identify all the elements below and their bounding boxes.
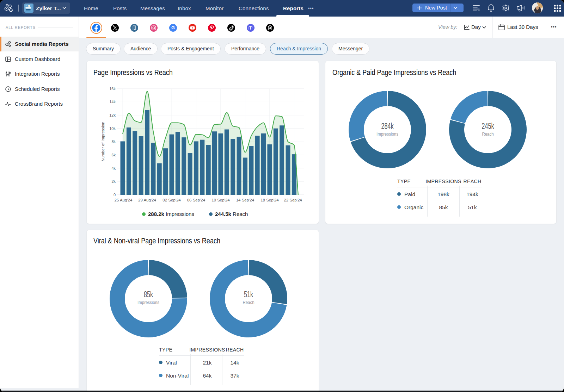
svg-text:18 Sep'24: 18 Sep'24: [260, 198, 279, 202]
svg-text:16k: 16k: [109, 87, 116, 91]
svg-text:29 Aug'24: 29 Aug'24: [138, 198, 156, 202]
svg-text:14k: 14k: [109, 100, 116, 104]
svg-text:02 Sep'24: 02 Sep'24: [163, 198, 181, 202]
svg-text:8k: 8k: [111, 139, 116, 144]
svg-text:10k: 10k: [109, 126, 116, 131]
svg-text:Number of Impression: Number of Impression: [101, 122, 105, 161]
svg-text:25 Aug'24: 25 Aug'24: [115, 198, 133, 202]
svg-text:06 Sep'24: 06 Sep'24: [187, 198, 206, 202]
svg-text:6k: 6k: [111, 153, 116, 157]
svg-text:288.2k Impressions: 288.2k Impressions: [148, 211, 194, 217]
svg-text:0: 0: [114, 193, 116, 197]
svg-text:14 Sep'24: 14 Sep'24: [236, 198, 255, 202]
svg-text:G: G: [171, 25, 175, 30]
svg-text:244.5k Reach: 244.5k Reach: [215, 211, 248, 217]
svg-text:10 Sep'24: 10 Sep'24: [212, 198, 230, 202]
svg-text:4k: 4k: [111, 166, 116, 170]
svg-text:12k: 12k: [109, 113, 116, 117]
svg-text:2k: 2k: [111, 179, 116, 183]
svg-text:22 Sep'24: 22 Sep'24: [284, 198, 302, 202]
